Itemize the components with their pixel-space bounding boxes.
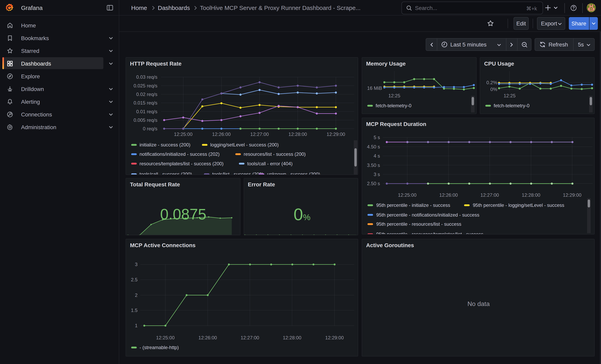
svg-text:- (streamable-http): - (streamable-http) bbox=[140, 345, 179, 350]
svg-text:logging/setLevel - success (20: logging/setLevel - success (200) bbox=[210, 142, 279, 148]
svg-text:12:29:00: 12:29:00 bbox=[325, 335, 344, 340]
svg-text:3 s: 3 s bbox=[374, 172, 380, 177]
svg-text:12:28:00: 12:28:00 bbox=[283, 335, 301, 340]
svg-text:0.015 req/s: 0.015 req/s bbox=[134, 100, 157, 106]
svg-text:95th percentile - initialize -: 95th percentile - initialize - success bbox=[376, 202, 450, 208]
svg-text:1: 1 bbox=[135, 323, 138, 328]
svg-text:unknown - success (200): unknown - success (200) bbox=[267, 171, 320, 175]
svg-text:12:28:00: 12:28:00 bbox=[522, 192, 540, 198]
svg-text:tools/call - success (200): tools/call - success (200) bbox=[140, 171, 192, 175]
svg-text:0 req/s: 0 req/s bbox=[143, 126, 157, 131]
svg-text:12:26:00: 12:26:00 bbox=[212, 132, 230, 137]
svg-text:0%: 0% bbox=[490, 87, 497, 92]
svg-text:12:25: 12:25 bbox=[388, 93, 400, 98]
svg-text:12:25:00: 12:25:00 bbox=[156, 335, 174, 340]
svg-text:tools/list - success (200): tools/list - success (200) bbox=[212, 171, 263, 175]
svg-text:12:29:00: 12:29:00 bbox=[563, 192, 581, 198]
svg-text:resources/list - success (200): resources/list - success (200) bbox=[244, 151, 306, 157]
svg-text:95th percentile - logging/setL: 95th percentile - logging/setLevel - suc… bbox=[473, 202, 564, 208]
svg-text:16 MiB: 16 MiB bbox=[367, 85, 382, 91]
svg-text:12:29:00: 12:29:00 bbox=[327, 132, 345, 137]
svg-text:0.005 req/s: 0.005 req/s bbox=[134, 118, 157, 123]
svg-text:fetch-telemetry-0: fetch-telemetry-0 bbox=[494, 103, 530, 108]
svg-text:0.01 req/s: 0.01 req/s bbox=[136, 109, 157, 114]
svg-text:12:27:00: 12:27:00 bbox=[480, 192, 499, 198]
svg-text:initialize - success (200): initialize - success (200) bbox=[140, 142, 190, 148]
svg-text:95th percentile - notification: 95th percentile - notifications/initiali… bbox=[376, 212, 479, 217]
svg-text:95th percentile - resources/te: 95th percentile - resources/templates/li… bbox=[376, 231, 483, 235]
svg-text:3.50 s: 3.50 s bbox=[367, 163, 380, 168]
svg-text:4 s: 4 s bbox=[374, 153, 380, 158]
svg-text:5 s: 5 s bbox=[374, 135, 380, 140]
svg-text:4.50 s: 4.50 s bbox=[367, 144, 380, 149]
svg-text:0.02 req/s: 0.02 req/s bbox=[136, 92, 157, 97]
svg-text:2: 2 bbox=[135, 293, 138, 298]
svg-text:95th percentile - resources/li: 95th percentile - resources/list - succe… bbox=[376, 221, 461, 227]
svg-text:1.5: 1.5 bbox=[131, 308, 138, 313]
svg-text:0.025 req/s: 0.025 req/s bbox=[134, 83, 157, 89]
svg-text:0.03 req/s: 0.03 req/s bbox=[136, 74, 157, 80]
svg-text:12:27:00: 12:27:00 bbox=[250, 132, 269, 137]
svg-text:12:26:00: 12:26:00 bbox=[439, 192, 458, 198]
svg-text:0.2%: 0.2% bbox=[486, 80, 497, 85]
svg-text:12:26:00: 12:26:00 bbox=[198, 335, 217, 340]
svg-text:12:27:00: 12:27:00 bbox=[241, 335, 259, 340]
svg-text:3: 3 bbox=[135, 262, 138, 267]
svg-text:12:28:00: 12:28:00 bbox=[288, 132, 307, 137]
svg-text:2.50 s: 2.50 s bbox=[367, 181, 380, 186]
svg-text:12:25:00: 12:25:00 bbox=[398, 192, 416, 198]
svg-text:fetch-telemetry-0: fetch-telemetry-0 bbox=[376, 103, 411, 108]
svg-text:12:25:00: 12:25:00 bbox=[174, 132, 192, 137]
svg-text:2.5: 2.5 bbox=[131, 277, 138, 282]
svg-text:tools/call - error (404): tools/call - error (404) bbox=[247, 161, 292, 166]
svg-text:resources/templates/list - suc: resources/templates/list - success (200) bbox=[140, 161, 224, 166]
svg-text:12:25: 12:25 bbox=[504, 93, 516, 98]
svg-text:notifications/initialized - su: notifications/initialized - success (202… bbox=[140, 151, 220, 157]
